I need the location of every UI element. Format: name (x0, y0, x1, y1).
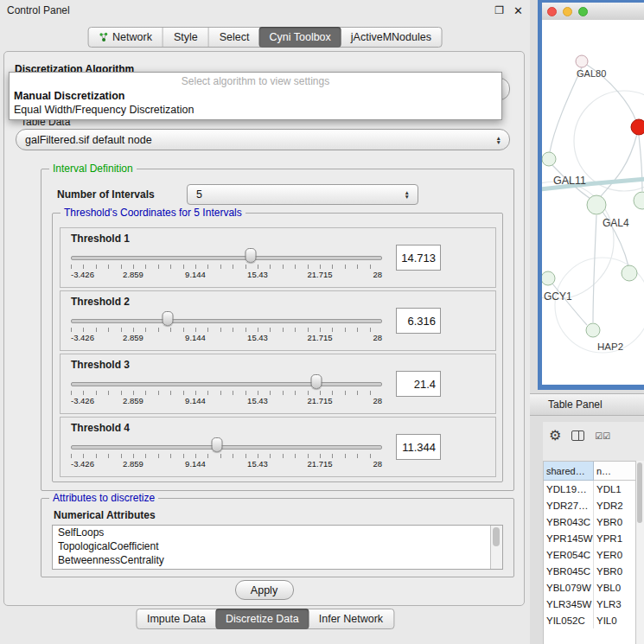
attributes-list[interactable]: SelfLoops TopologicalCoefficient Between… (52, 525, 503, 570)
tab-label: Impute Data (147, 613, 206, 625)
columns-icon[interactable] (571, 430, 584, 441)
close-icon[interactable]: ✕ (513, 4, 523, 17)
network-icon (99, 32, 108, 42)
threshold-2-slider[interactable]: -3.426 2.859 9.144 15.43 21.715 28 (71, 309, 382, 344)
table-row[interactable]: YBL079WYBL0 (544, 579, 635, 596)
slider-track[interactable] (71, 445, 382, 450)
threshold-4-value-field[interactable]: 11.344 (396, 434, 441, 460)
slider-track[interactable] (71, 256, 382, 260)
tab-network[interactable]: Network (88, 28, 163, 47)
node-gal11[interactable] (542, 152, 556, 166)
interval-definition-title: Interval Definition (49, 163, 137, 175)
float-window-icon[interactable]: ❐ (494, 4, 504, 16)
node-label: GAL11 (553, 175, 586, 187)
number-of-intervals-combobox[interactable]: 5 ▲▼ (187, 184, 418, 205)
bottom-tab-bar: Impute Data Discretize Data Infer Networ… (136, 609, 394, 629)
attributes-group-title: Attributes to discretize (49, 492, 158, 504)
threshold-1-slider[interactable]: -3.426 2.859 9.144 15.43 21.715 28 (71, 246, 382, 281)
table-row[interactable]: YIL052CYIL0 (544, 612, 635, 628)
node-label: GAL4 (603, 217, 629, 229)
scrollbar-thumb[interactable] (493, 527, 500, 546)
column-header-shared-name[interactable]: shared… (544, 462, 594, 481)
table-row[interactable]: YBR045CYBR0 (544, 563, 635, 579)
tab-infer-network[interactable]: Infer Network (309, 609, 393, 628)
node-red-selected[interactable] (631, 119, 644, 135)
table-scrollbar[interactable] (635, 461, 644, 644)
attributes-group: Attributes to discretize Numerical Attri… (41, 498, 514, 577)
threshold-3-slider[interactable]: -3.426 2.859 9.144 15.43 21.715 28 (71, 373, 382, 407)
table-row[interactable]: YDL19…YDL1 (544, 481, 635, 497)
combo-arrows-icon: ▲▼ (496, 136, 501, 144)
threshold-3-value-field[interactable]: 21.4 (396, 371, 441, 397)
threshold-1-slider-thumb[interactable] (245, 248, 256, 263)
thresholds-group-title: Threshold's Coordinates for 5 Intervals (61, 207, 245, 219)
table-panel: ⚙ ☑☑ shared… n… YDL19…YDL1 YDR27…YDR2 YB… (543, 422, 644, 644)
threshold-2-slider-thumb[interactable] (162, 311, 173, 326)
dropdown-header: Select algorithm to view settings (10, 73, 501, 89)
attributes-list-scrollbar[interactable] (490, 526, 502, 569)
node-label: GAL80 (577, 68, 606, 79)
table-toolbar: ⚙ ☑☑ (543, 424, 644, 448)
combo-arrows-icon: ▲▼ (405, 190, 410, 199)
slider-scale-labels: -3.426 2.859 9.144 15.43 21.715 28 (71, 459, 382, 469)
tab-label: Select (220, 31, 250, 43)
threshold-4-slider-thumb[interactable] (212, 437, 223, 452)
tab-impute-data[interactable]: Impute Data (137, 609, 216, 628)
table-data-value: galFiltered.sif default node (25, 134, 152, 146)
slider-track[interactable] (71, 382, 382, 386)
table-row[interactable]: YER054CYER0 (544, 546, 635, 563)
zoom-traffic-light-icon[interactable] (578, 7, 588, 16)
threshold-4-label: Threshold 4 (71, 422, 495, 434)
node-table: shared… n… YDL19…YDL1 YDR27…YDR2 YBR043C… (543, 461, 636, 644)
threshold-2-group: Threshold 2 -3.426 2.859 9.144 15.43 (60, 290, 496, 351)
minimize-traffic-light-icon[interactable] (563, 7, 572, 16)
list-item-selfloops[interactable]: SelfLoops (53, 526, 502, 539)
slider-ticks (71, 328, 382, 332)
tab-cyni-toolbox[interactable]: Cyni Toolbox (258, 27, 341, 48)
node-label: GCY1 (544, 290, 572, 303)
node-hap2[interactable] (586, 323, 600, 337)
select-columns-icon[interactable]: ☑☑ (595, 431, 609, 441)
list-item-topologicalcoefficient[interactable]: TopologicalCoefficient (53, 539, 502, 553)
control-panel-titlebar: Control Panel ❐ ✕ (0, 0, 530, 19)
dropdown-item-manual-discretization[interactable]: Manual Discretization (10, 89, 501, 103)
close-traffic-light-icon[interactable] (547, 7, 557, 16)
list-item-betweennesscentrality[interactable]: BetweennessCentrality (53, 553, 502, 567)
node-gcy1[interactable] (542, 271, 555, 285)
threshold-3-slider-thumb[interactable] (311, 374, 322, 389)
threshold-3-label: Threshold 3 (71, 359, 495, 371)
tab-label: jActiveMNodules (351, 31, 431, 43)
node-gal4[interactable] (587, 195, 606, 214)
table-row[interactable]: YDR27…YDR2 (544, 497, 635, 513)
threshold-4-slider[interactable]: -3.426 2.859 9.144 15.43 21.715 28 (71, 436, 382, 470)
apply-button[interactable]: Apply (235, 580, 294, 600)
dropdown-item-equal-width-frequency[interactable]: Equal Width/Frequency Discretization (10, 103, 501, 117)
gear-icon[interactable]: ⚙ (549, 429, 561, 443)
thresholds-group: Threshold's Coordinates for 5 Intervals … (52, 213, 503, 482)
table-row[interactable]: YLR345WYLR3 (544, 596, 635, 612)
control-panel: Control Panel ❐ ✕ Network Style Select C… (0, 0, 530, 644)
scrollbar-thumb[interactable] (637, 462, 642, 523)
number-of-intervals-label: Number of Intervals (57, 188, 155, 201)
slider-track[interactable] (71, 319, 382, 323)
threshold-1-value-field[interactable]: 14.713 (396, 245, 441, 271)
tab-style[interactable]: Style (163, 28, 208, 47)
tab-label: Cyni Toolbox (269, 31, 330, 43)
node[interactable] (634, 192, 644, 209)
table-row[interactable]: YBR043CYBR0 (544, 513, 635, 530)
tab-select[interactable]: Select (208, 28, 260, 47)
column-header-name[interactable]: n… (594, 462, 635, 481)
threshold-1-label: Threshold 1 (71, 233, 495, 245)
tab-discretize-data[interactable]: Discretize Data (215, 609, 309, 629)
algorithm-dropdown-popup: Select algorithm to view settings Manual… (9, 72, 502, 120)
table-row[interactable]: YPR145WYPR1 (544, 530, 635, 546)
table-data-combobox[interactable]: galFiltered.sif default node ▲▼ (16, 129, 510, 150)
node-labels: GAL80 GAL11 GAL4 GCY1 HAP2 (544, 68, 629, 352)
node-gal80[interactable] (576, 55, 588, 67)
tab-jactivemnodules[interactable]: jActiveMNodules (341, 28, 442, 47)
node[interactable] (622, 265, 637, 281)
threshold-2-value-field[interactable]: 6.316 (396, 308, 441, 334)
network-canvas[interactable]: GAL80 GAL11 GAL4 GCY1 HAP2 (542, 20, 644, 385)
table-panel-title: Table Panel (548, 399, 603, 411)
slider-ticks (71, 454, 382, 458)
